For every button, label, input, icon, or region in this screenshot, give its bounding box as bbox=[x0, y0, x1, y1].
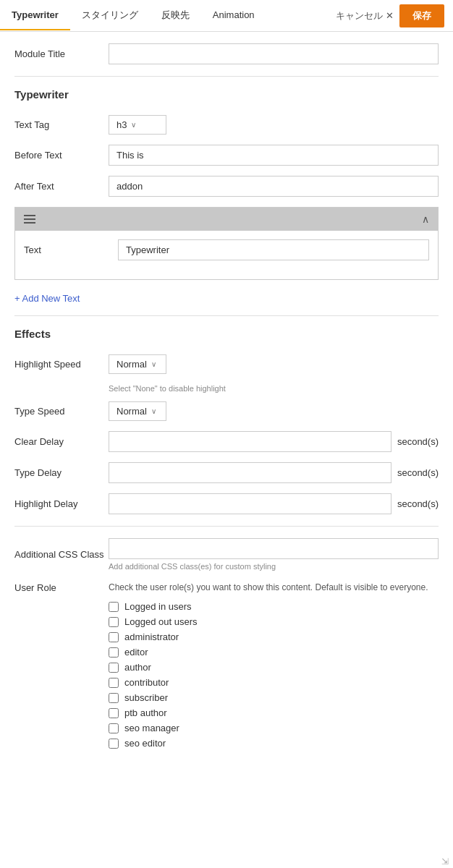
close-icon: ✕ bbox=[386, 10, 394, 21]
divider-1 bbox=[14, 76, 439, 77]
hamburger-line-3 bbox=[24, 222, 35, 224]
type-speed-value: Normal bbox=[117, 406, 147, 417]
role-editor-checkbox[interactable] bbox=[109, 647, 119, 658]
cancel-button[interactable]: キャンセル ✕ bbox=[336, 9, 394, 22]
tab-reflect[interactable]: 反映先 bbox=[150, 0, 201, 32]
clear-delay-input[interactable] bbox=[109, 431, 391, 452]
role-logged-out-label: Logged out users bbox=[124, 616, 197, 627]
role-seo-editor[interactable]: seo editor bbox=[109, 738, 439, 749]
after-text-input[interactable] bbox=[109, 176, 439, 197]
add-new-text-button[interactable]: + Add New Text bbox=[14, 293, 80, 304]
role-seo-manager-checkbox[interactable] bbox=[109, 723, 119, 733]
text-tag-row: Text Tag h3 ∨ bbox=[14, 115, 439, 135]
highlight-delay-input-row: second(s) bbox=[109, 493, 439, 514]
role-ptb-author-label: ptb author bbox=[124, 707, 167, 718]
text-item-label: Text bbox=[24, 244, 118, 255]
highlight-speed-select[interactable]: Normal ∨ bbox=[109, 354, 166, 374]
role-administrator[interactable]: administrator bbox=[109, 631, 439, 642]
before-text-field bbox=[109, 145, 439, 166]
role-author-checkbox[interactable] bbox=[109, 663, 119, 673]
role-seo-editor-checkbox[interactable] bbox=[109, 739, 119, 749]
module-title-row: Module Title bbox=[14, 43, 439, 64]
type-delay-label: Type Delay bbox=[14, 467, 109, 478]
text-item-field bbox=[118, 239, 429, 260]
type-delay-row: Type Delay second(s) bbox=[14, 462, 439, 483]
before-text-input[interactable] bbox=[109, 145, 439, 166]
user-role-row: User Role Check the user role(s) you wan… bbox=[14, 581, 439, 749]
text-block-header-left bbox=[24, 215, 35, 224]
clear-delay-input-row: second(s) bbox=[109, 431, 439, 452]
highlight-delay-input[interactable] bbox=[109, 493, 391, 514]
hamburger-icon[interactable] bbox=[24, 215, 35, 224]
content: Module Title Typewriter Text Tag h3 ∨ Be… bbox=[0, 32, 453, 770]
highlight-speed-row: Highlight Speed Normal ∨ bbox=[14, 354, 439, 374]
highlight-speed-label: Highlight Speed bbox=[14, 359, 109, 370]
additional-css-row: Additional CSS Class Add additional CSS … bbox=[14, 538, 439, 571]
additional-css-helper: Add additional CSS class(es) for custom … bbox=[109, 562, 439, 571]
hamburger-line-2 bbox=[24, 218, 35, 220]
tab-animation[interactable]: Animation bbox=[201, 1, 266, 30]
save-button[interactable]: 保存 bbox=[399, 4, 444, 27]
chevron-down-icon: ∨ bbox=[131, 121, 136, 129]
cancel-label: キャンセル bbox=[336, 9, 383, 22]
role-ptb-author-checkbox[interactable] bbox=[109, 708, 119, 718]
chevron-up-icon: ∧ bbox=[422, 213, 429, 225]
additional-css-input[interactable] bbox=[109, 538, 439, 559]
module-title-input[interactable] bbox=[109, 43, 439, 64]
highlight-delay-unit: second(s) bbox=[397, 498, 439, 509]
typewriter-section: Typewriter Text Tag h3 ∨ Before Text Aft… bbox=[14, 88, 439, 304]
highlight-speed-field: Normal ∨ bbox=[109, 354, 439, 374]
role-administrator-checkbox[interactable] bbox=[109, 632, 119, 642]
type-delay-input[interactable] bbox=[109, 462, 391, 483]
text-block-header[interactable]: ∧ bbox=[15, 208, 438, 231]
user-role-checkbox-list: Logged in users Logged out users adminis… bbox=[109, 601, 439, 749]
type-delay-field: second(s) bbox=[109, 462, 439, 483]
role-ptb-author[interactable]: ptb author bbox=[109, 707, 439, 718]
clear-delay-unit: second(s) bbox=[397, 436, 439, 447]
after-text-row: After Text bbox=[14, 176, 439, 197]
user-role-label: User Role bbox=[14, 581, 109, 593]
type-delay-input-row: second(s) bbox=[109, 462, 439, 483]
text-tag-label: Text Tag bbox=[14, 119, 109, 130]
role-contributor-checkbox[interactable] bbox=[109, 678, 119, 688]
highlight-speed-helper: Select "None" to disable highlight bbox=[109, 384, 439, 393]
role-contributor[interactable]: contributor bbox=[109, 677, 439, 688]
text-block-body: Text bbox=[15, 231, 438, 279]
type-speed-field: Normal ∨ bbox=[109, 401, 439, 421]
role-logged-in-label: Logged in users bbox=[124, 601, 192, 612]
text-block-item: ∧ Text bbox=[14, 207, 439, 280]
role-logged-out-checkbox[interactable] bbox=[109, 617, 119, 627]
role-administrator-label: administrator bbox=[124, 631, 179, 642]
role-seo-manager-label: seo manager bbox=[124, 723, 179, 733]
clear-delay-label: Clear Delay bbox=[14, 436, 109, 447]
chevron-down-icon-type: ∨ bbox=[151, 407, 156, 415]
role-logged-out[interactable]: Logged out users bbox=[109, 616, 439, 627]
role-subscriber[interactable]: subscriber bbox=[109, 692, 439, 703]
role-editor[interactable]: editor bbox=[109, 647, 439, 658]
before-text-row: Before Text bbox=[14, 145, 439, 166]
role-contributor-label: contributor bbox=[124, 677, 169, 688]
chevron-down-icon-highlight: ∨ bbox=[151, 360, 156, 368]
divider-3 bbox=[14, 526, 439, 527]
hamburger-line-1 bbox=[24, 215, 35, 216]
user-role-description: Check the user role(s) you want to show … bbox=[109, 581, 439, 594]
role-logged-in[interactable]: Logged in users bbox=[109, 601, 439, 612]
module-title-section: Module Title bbox=[14, 43, 439, 64]
role-author[interactable]: author bbox=[109, 662, 439, 673]
tab-styling[interactable]: スタイリング bbox=[70, 0, 150, 32]
role-seo-manager[interactable]: seo manager bbox=[109, 723, 439, 733]
text-item-input[interactable] bbox=[118, 239, 429, 260]
role-logged-in-checkbox[interactable] bbox=[109, 602, 119, 612]
role-subscriber-label: subscriber bbox=[124, 692, 168, 703]
tab-typewriter[interactable]: Typewriter bbox=[0, 1, 70, 30]
role-author-label: author bbox=[124, 662, 151, 673]
text-tag-value: h3 bbox=[117, 119, 127, 130]
text-item-row: Text bbox=[24, 239, 429, 260]
type-speed-select[interactable]: Normal ∨ bbox=[109, 401, 166, 421]
resize-handle[interactable]: ⇲ bbox=[441, 856, 450, 865]
role-subscriber-checkbox[interactable] bbox=[109, 693, 119, 703]
effects-section-title: Effects bbox=[14, 328, 439, 343]
type-delay-unit: second(s) bbox=[397, 467, 439, 478]
highlight-delay-field: second(s) bbox=[109, 493, 439, 514]
text-tag-select[interactable]: h3 ∨ bbox=[109, 115, 166, 135]
